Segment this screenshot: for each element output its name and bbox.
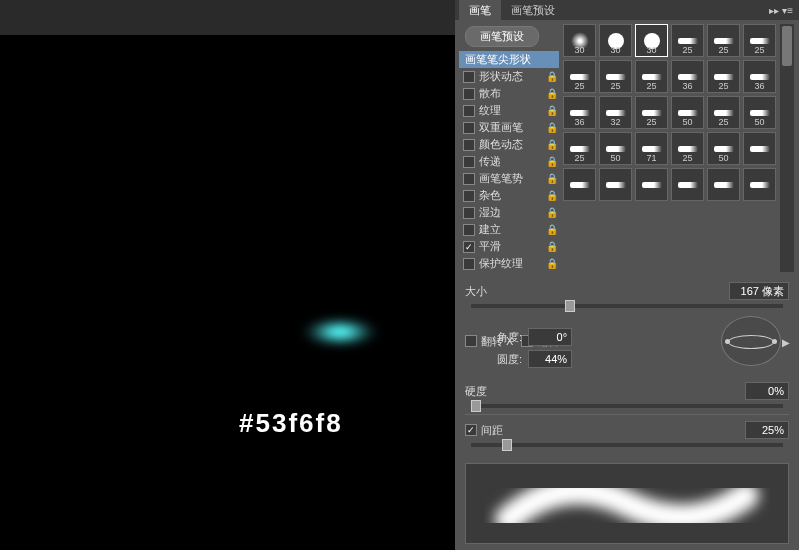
brush-size-number: 36 [574, 117, 584, 127]
brush-thumbnail[interactable] [743, 132, 776, 165]
brush-thumbnail[interactable]: 50 [743, 96, 776, 129]
lock-icon[interactable]: 🔒 [545, 105, 559, 116]
brush-thumbnails-area: 3030302525252525253625363632255025502550… [559, 20, 799, 272]
brush-thumbnail[interactable]: 30 [599, 24, 632, 57]
thumbnail-scrollbar[interactable] [780, 24, 794, 272]
size-input[interactable]: 167 像素 [729, 282, 789, 300]
brush-option-row[interactable]: 杂色🔒 [459, 187, 559, 204]
brush-thumbnail[interactable]: 25 [563, 132, 596, 165]
option-checkbox[interactable] [463, 173, 475, 185]
spacing-slider[interactable] [471, 443, 783, 447]
hardness-input[interactable]: 0% [745, 382, 789, 400]
option-checkbox[interactable] [463, 122, 475, 134]
brush-size-number: 25 [646, 117, 656, 127]
brush-size-number: 25 [574, 153, 584, 163]
lock-icon[interactable]: 🔒 [545, 71, 559, 82]
option-checkbox[interactable] [463, 156, 475, 168]
option-checkbox[interactable] [463, 71, 475, 83]
size-slider[interactable] [471, 304, 783, 308]
lock-icon[interactable]: 🔒 [545, 258, 559, 269]
lock-icon[interactable]: 🔒 [545, 173, 559, 184]
brush-thumbnail-grid: 3030302525252525253625363632255025502550… [563, 24, 776, 272]
brush-option-row[interactable]: 传递🔒 [459, 153, 559, 170]
tab-brush-presets[interactable]: 画笔预设 [501, 0, 565, 21]
lock-icon[interactable]: 🔒 [545, 241, 559, 252]
brush-thumbnail[interactable]: 50 [671, 96, 704, 129]
brush-option-row[interactable]: 建立🔒 [459, 221, 559, 238]
brush-thumbnail[interactable]: 25 [707, 24, 740, 57]
brush-size-number: 50 [610, 153, 620, 163]
lock-icon[interactable]: 🔒 [545, 156, 559, 167]
option-checkbox[interactable] [463, 241, 475, 253]
brush-option-row[interactable]: 散布🔒 [459, 85, 559, 102]
lock-icon[interactable]: 🔒 [545, 224, 559, 235]
angle-input[interactable]: 0° [528, 328, 572, 346]
angle-widget[interactable]: ▶ [721, 316, 781, 366]
brush-thumbnail[interactable]: 25 [707, 60, 740, 93]
brush-thumbnail[interactable]: 36 [563, 96, 596, 129]
brush-option-row[interactable]: 形状动态🔒 [459, 68, 559, 85]
brush-shape-icon [713, 177, 735, 193]
brush-thumbnail[interactable]: 36 [671, 60, 704, 93]
brush-size-number: 25 [682, 153, 692, 163]
brush-thumbnail[interactable]: 50 [707, 132, 740, 165]
option-label: 杂色 [479, 188, 545, 203]
lock-icon[interactable]: 🔒 [545, 122, 559, 133]
brush-size-number: 25 [610, 81, 620, 91]
brush-thumbnail[interactable] [563, 168, 596, 201]
brush-thumbnail[interactable]: 36 [743, 60, 776, 93]
brush-thumbnail[interactable]: 50 [599, 132, 632, 165]
brush-option-row[interactable]: 颜色动态🔒 [459, 136, 559, 153]
brush-option-row[interactable]: 画笔笔势🔒 [459, 170, 559, 187]
brush-thumbnail[interactable]: 25 [671, 132, 704, 165]
option-checkbox[interactable] [463, 139, 475, 151]
spacing-input[interactable]: 25% [745, 421, 789, 439]
brush-thumbnail[interactable] [707, 168, 740, 201]
scrollbar-handle[interactable] [782, 26, 792, 66]
brush-thumbnail[interactable]: 25 [743, 24, 776, 57]
hardness-slider[interactable] [471, 404, 783, 408]
canvas-area[interactable]: #53f6f8 [0, 35, 455, 550]
brush-thumbnail[interactable]: 30 [635, 24, 668, 57]
brush-option-row[interactable]: 纹理🔒 [459, 102, 559, 119]
brush-size-number: 50 [754, 117, 764, 127]
brush-thumbnail[interactable] [671, 168, 704, 201]
option-label: 画笔笔势 [479, 171, 545, 186]
brush-thumbnail[interactable] [743, 168, 776, 201]
option-checkbox[interactable] [463, 258, 475, 270]
brush-thumbnail[interactable] [599, 168, 632, 201]
brush-thumbnail[interactable]: 25 [563, 60, 596, 93]
brush-thumbnail[interactable]: 32 [599, 96, 632, 129]
lock-icon[interactable]: 🔒 [545, 139, 559, 150]
option-checkbox[interactable] [463, 224, 475, 236]
brush-thumbnail[interactable]: 25 [635, 96, 668, 129]
brush-option-row[interactable]: 平滑🔒 [459, 238, 559, 255]
lock-icon[interactable]: 🔒 [545, 207, 559, 218]
option-checkbox[interactable] [463, 190, 475, 202]
brush-thumbnail[interactable]: 71 [635, 132, 668, 165]
option-checkbox[interactable] [463, 207, 475, 219]
option-checkbox[interactable] [463, 88, 475, 100]
brush-thumbnail[interactable]: 30 [563, 24, 596, 57]
tab-brush[interactable]: 画笔 [459, 0, 501, 21]
spacing-checkbox[interactable] [465, 424, 477, 436]
collapse-icon[interactable]: ▸▸ ▾≡ [769, 5, 793, 16]
brush-option-row[interactable]: 画笔笔尖形状 [459, 51, 559, 68]
brush-option-row[interactable]: 双重画笔🔒 [459, 119, 559, 136]
brush-size-number: 30 [610, 45, 620, 55]
brush-presets-button[interactable]: 画笔预设 [465, 26, 539, 47]
brush-thumbnail[interactable] [635, 168, 668, 201]
lock-icon[interactable]: 🔒 [545, 88, 559, 99]
option-checkbox[interactable] [463, 105, 475, 117]
brush-option-row[interactable]: 保护纹理🔒 [459, 255, 559, 272]
lock-icon[interactable]: 🔒 [545, 190, 559, 201]
roundness-input[interactable]: 44% [528, 350, 572, 368]
brush-thumbnail[interactable]: 25 [671, 24, 704, 57]
brush-thumbnail[interactable]: 25 [635, 60, 668, 93]
brush-thumbnail[interactable]: 25 [707, 96, 740, 129]
flip-x-checkbox[interactable] [465, 335, 477, 347]
color-hex-label: #53f6f8 [239, 408, 343, 439]
brush-option-row[interactable]: 湿边🔒 [459, 204, 559, 221]
brush-shape-icon [749, 177, 771, 193]
brush-thumbnail[interactable]: 25 [599, 60, 632, 93]
